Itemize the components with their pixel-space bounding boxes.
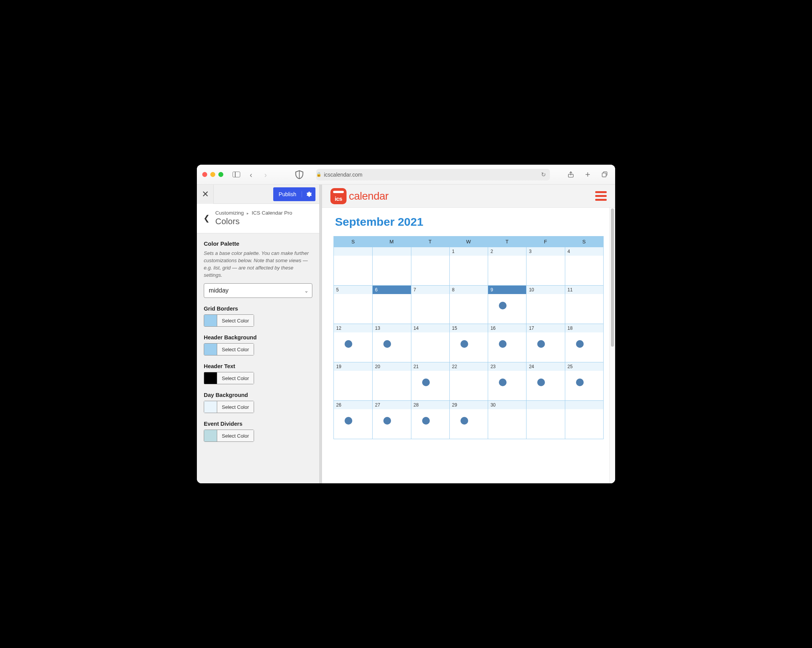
panel-body: Color Palette Sets a base color palette.… — [197, 233, 319, 483]
privacy-shield-button[interactable] — [294, 170, 305, 179]
calendar-day-cell[interactable]: 19 — [334, 362, 372, 400]
calendar-day-cell[interactable]: 24 — [526, 362, 564, 400]
calendar-day-cell[interactable]: 15 — [449, 324, 488, 362]
svg-rect-1 — [602, 173, 606, 177]
calendar-day-cell[interactable]: 22 — [449, 362, 488, 400]
new-tab-button[interactable] — [582, 170, 593, 179]
color-control: Header TextSelect Color — [204, 363, 312, 385]
event-dot-icon[interactable] — [537, 340, 545, 348]
address-bar[interactable]: 🔒 icscalendar.com ↻ — [316, 169, 550, 180]
weekday-header: S — [565, 236, 603, 247]
palette-description: Sets a base color palette. You can make … — [204, 250, 312, 279]
calendar-day-cell[interactable]: 10 — [526, 285, 564, 324]
calendar-day-cell[interactable]: 14 — [411, 324, 449, 362]
calendar-day-cell[interactable]: 26 — [334, 400, 372, 439]
event-dot-icon[interactable] — [345, 340, 352, 348]
event-dot-icon[interactable] — [499, 379, 507, 386]
event-dot-icon[interactable] — [576, 379, 584, 386]
preview-body: September 2021 SMTWTFS 12345678910111213… — [322, 208, 615, 483]
site-logo[interactable]: calendar — [330, 188, 388, 204]
calendar-day-cell[interactable]: 6 — [372, 285, 411, 324]
day-number: 22 — [450, 362, 488, 371]
calendar-day-cell[interactable]: 30 — [488, 400, 526, 439]
day-number: 17 — [526, 324, 564, 332]
calendar-day-cell[interactable]: 27 — [372, 400, 411, 439]
calendar-day-cell[interactable]: 4 — [565, 247, 603, 285]
event-dot-icon[interactable] — [422, 379, 430, 386]
event-dot-icon[interactable] — [383, 340, 391, 348]
calendar-day-cell[interactable]: 18 — [565, 324, 603, 362]
event-dot-icon[interactable] — [537, 379, 545, 386]
hamburger-menu-button[interactable] — [595, 191, 607, 201]
tabs-overview-button[interactable] — [599, 170, 610, 179]
window-controls — [202, 172, 223, 177]
calendar-day-cell[interactable]: 13 — [372, 324, 411, 362]
palette-select[interactable] — [204, 283, 312, 298]
event-dot-icon[interactable] — [499, 340, 507, 348]
weekday-header: M — [372, 236, 411, 247]
calendar-day-cell[interactable]: 11 — [565, 285, 603, 324]
site-preview: calendar September 2021 SMTWTFS 12345678… — [322, 185, 615, 483]
publish-button[interactable]: Publish — [273, 187, 315, 201]
share-button[interactable] — [565, 170, 576, 179]
scrollbar-thumb[interactable] — [611, 208, 614, 347]
event-dot-icon[interactable] — [576, 340, 584, 348]
calendar-day-cell[interactable] — [334, 247, 372, 285]
nav-forward-button[interactable]: › — [260, 170, 271, 179]
calendar-day-cell[interactable]: 21 — [411, 362, 449, 400]
calendar-day-cell[interactable]: 7 — [411, 285, 449, 324]
day-number: 8 — [450, 286, 488, 294]
color-picker-button[interactable]: Select Color — [204, 430, 254, 442]
customizer-panel: ✕ Publish ❮ Customizing ▸ IC — [197, 185, 320, 483]
calendar-day-cell[interactable]: 1 — [449, 247, 488, 285]
sidebar-toggle-button[interactable] — [231, 170, 242, 179]
panel-back-button[interactable]: ❮ — [200, 208, 213, 228]
calendar-day-cell[interactable]: 8 — [449, 285, 488, 324]
color-control-label: Event Dividers — [204, 421, 312, 427]
close-window-button[interactable] — [202, 172, 207, 177]
calendar-day-cell[interactable]: 3 — [526, 247, 564, 285]
calendar-day-cell[interactable] — [565, 400, 603, 439]
browser-titlebar: ‹ › 🔒 icscalendar.com ↻ — [197, 165, 615, 185]
day-number: 7 — [411, 286, 449, 294]
event-dot-icon[interactable] — [345, 417, 352, 425]
event-dot-icon[interactable] — [383, 417, 391, 425]
calendar-day-cell[interactable] — [526, 400, 564, 439]
reload-icon[interactable]: ↻ — [541, 171, 546, 178]
calendar-day-cell[interactable]: 28 — [411, 400, 449, 439]
event-dot-icon[interactable] — [422, 417, 430, 425]
calendar-day-cell[interactable]: 9 — [488, 285, 526, 324]
calendar-body: 1234567891011121314151617181920212223242… — [334, 247, 603, 439]
color-picker-button[interactable]: Select Color — [204, 401, 254, 413]
close-customizer-button[interactable]: ✕ — [197, 185, 214, 204]
color-picker-button[interactable]: Select Color — [204, 372, 254, 384]
calendar-day-cell[interactable]: 23 — [488, 362, 526, 400]
day-number: 29 — [450, 401, 488, 409]
preview-scrollbar[interactable] — [609, 208, 615, 483]
day-number: 19 — [334, 362, 372, 371]
color-picker-button[interactable]: Select Color — [204, 343, 254, 355]
day-number: 9 — [488, 286, 526, 294]
event-dot-icon[interactable] — [499, 302, 507, 309]
breadcrumb: ❮ Customizing ▸ ICS Calendar Pro Colors — [197, 204, 319, 233]
calendar-day-cell[interactable] — [372, 247, 411, 285]
maximize-window-button[interactable] — [218, 172, 223, 177]
day-number: 18 — [565, 324, 603, 332]
calendar-day-cell[interactable]: 25 — [565, 362, 603, 400]
calendar-day-cell[interactable]: 20 — [372, 362, 411, 400]
calendar-day-cell[interactable] — [411, 247, 449, 285]
publish-settings-button[interactable] — [302, 191, 315, 197]
calendar-day-cell[interactable]: 29 — [449, 400, 488, 439]
nav-back-button[interactable]: ‹ — [246, 170, 256, 179]
calendar-day-cell[interactable]: 2 — [488, 247, 526, 285]
calendar-day-cell[interactable]: 16 — [488, 324, 526, 362]
calendar-day-cell[interactable]: 5 — [334, 285, 372, 324]
calendar-day-cell[interactable]: 12 — [334, 324, 372, 362]
minimize-window-button[interactable] — [210, 172, 215, 177]
color-control-label: Day Background — [204, 392, 312, 398]
event-dot-icon[interactable] — [460, 340, 468, 348]
event-dot-icon[interactable] — [460, 417, 468, 425]
calendar-day-cell[interactable]: 17 — [526, 324, 564, 362]
weekday-header: W — [449, 236, 488, 247]
color-picker-button[interactable]: Select Color — [204, 314, 254, 327]
